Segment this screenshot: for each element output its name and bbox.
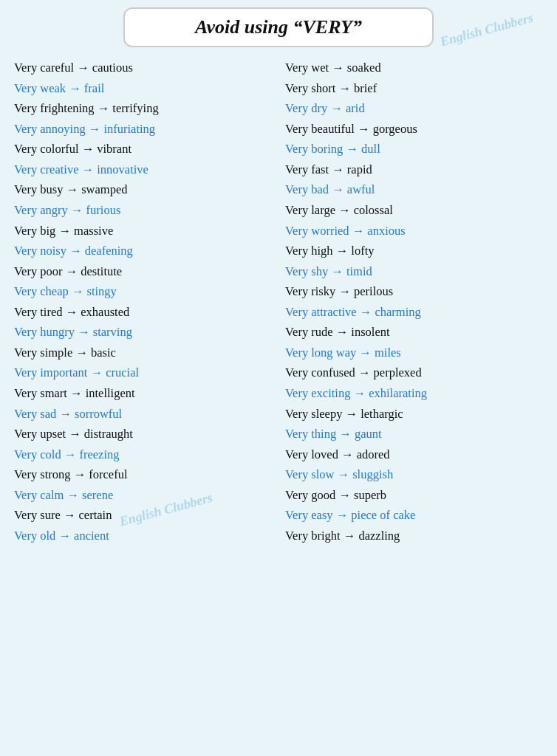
list-item: Very poor → destitute: [11, 261, 275, 282]
watermark-top: English Clubbers: [439, 10, 536, 50]
list-item: Very thing → gaunt: [282, 424, 546, 444]
list-item: Very high → lofty: [282, 241, 546, 261]
list-item: Very fast → rapid: [282, 159, 546, 180]
list-item: Very smart → intelligent: [11, 383, 275, 404]
list-item: Very colorful → vibrant: [11, 139, 275, 159]
list-item: Very confused → perplexed: [282, 362, 546, 383]
list-item: Very easy → piece of cake: [282, 505, 546, 526]
page-title: Avoid using “VERY”: [123, 7, 434, 47]
list-item: Very old → ancient: [11, 526, 275, 546]
list-item: Very beautiful → gorgeous: [282, 119, 546, 140]
word-columns: Very careful → cautiousVery weak → frail…: [11, 58, 546, 546]
list-item: Very wet → soaked: [282, 58, 546, 78]
list-item: Very calm → serene: [11, 485, 275, 506]
list-item: Very creative → innovative: [11, 159, 275, 180]
list-item: Very sure → certain: [11, 505, 275, 526]
list-item: Very bright → dazzling: [282, 526, 546, 546]
list-item: Very simple → basic: [11, 343, 275, 363]
list-item: Very careful → cautious: [11, 58, 275, 78]
list-item: Very tired → exhausted: [11, 302, 275, 323]
list-item: Very large → colossal: [282, 200, 546, 221]
list-item: Very strong → forceful: [11, 464, 275, 485]
list-item: Very big → massive: [11, 221, 275, 241]
list-item: Very sleepy → lethargic: [282, 404, 546, 425]
list-item: Very slow → sluggish: [282, 464, 546, 485]
list-item: Very short → brief: [282, 78, 546, 99]
list-item: Very important → crucial: [11, 362, 275, 383]
list-item: Very frightening → terrifying: [11, 98, 275, 119]
list-item: Very boring → dull: [282, 139, 546, 159]
list-item: Very busy → swamped: [11, 179, 275, 200]
list-item: Very rude → insolent: [282, 322, 546, 343]
list-item: Very good → superb: [282, 485, 546, 506]
list-item: Very bad → awful: [282, 179, 546, 200]
list-item: Very long way → miles: [282, 343, 546, 363]
list-item: Very hungry → starving: [11, 322, 275, 343]
list-item: Very attractive → charming: [282, 302, 546, 323]
list-item: Very annoying → infuriating: [11, 119, 275, 140]
list-item: Very worried → anxious: [282, 221, 546, 241]
list-item: Very exciting → exhilarating: [282, 383, 546, 404]
list-item: Very weak → frail: [11, 78, 275, 99]
list-item: Very upset → distraught: [11, 424, 275, 444]
list-item: Very cold → freezing: [11, 444, 275, 465]
list-item: Very cheap → stingy: [11, 281, 275, 302]
list-item: Very sad → sorrowful: [11, 404, 275, 425]
list-item: Very angry → furious: [11, 200, 275, 221]
list-item: Very risky → perilous: [282, 281, 546, 302]
right-column: Very wet → soakedVery short → briefVery …: [282, 58, 546, 546]
list-item: Very shy → timid: [282, 261, 546, 282]
list-item: Very dry → arid: [282, 98, 546, 119]
list-item: Very noisy → deafening: [11, 241, 275, 261]
list-item: Very loved → adored: [282, 444, 546, 465]
left-column: Very careful → cautiousVery weak → frail…: [11, 58, 275, 546]
